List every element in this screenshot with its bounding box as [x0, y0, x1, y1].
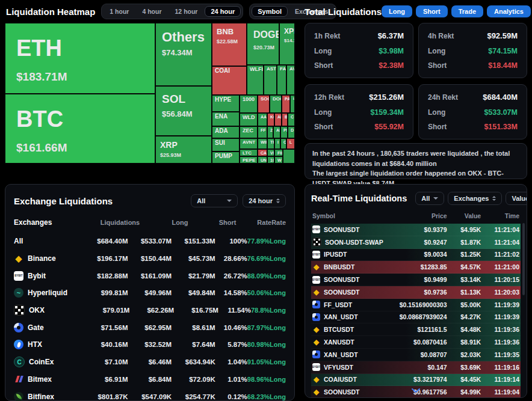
realtime-table-header: Symbol Price Value Time	[311, 210, 521, 224]
heatmap-tile-blank[interactable]	[283, 149, 295, 164]
table-row[interactable]: HTX$40.16M$32.52M$7.64M5.87%80.98%Long	[14, 336, 286, 354]
heatmap-tile-aa[interactable]: AA	[258, 113, 267, 126]
heatmap-tile-pepe[interactable]: PEPE	[240, 156, 258, 164]
heatmap-tile-eth[interactable]: ETH$183.71M	[5, 23, 155, 94]
list-item[interactable]: SOONUSDT$0.9379$4.95K11:21:04	[311, 224, 521, 236]
heatmap-tile-bnb[interactable]: BNB$22.58M	[212, 23, 247, 66]
heatmap-tile-far[interactable]: FAR	[277, 65, 286, 95]
view-toggle-symbol[interactable]: Symbol	[252, 6, 288, 17]
heatmap-tile-ff[interactable]: FF	[258, 126, 267, 138]
heatmap-tile-xrp[interactable]: XRP$25.93M	[155, 136, 212, 164]
heatmap-tile-d[interactable]: D	[288, 126, 295, 138]
binance-icon	[312, 338, 320, 346]
period-filter-select[interactable]: 24 hour	[243, 194, 286, 207]
timeframe-4h[interactable]: 4 hour	[136, 6, 167, 17]
long-button[interactable]: Long	[382, 5, 412, 17]
timeframe-1h[interactable]: 1 hour	[104, 6, 135, 17]
heatmap-tile-lin[interactable]: LIN	[290, 95, 295, 113]
realtime-symbol-select[interactable]: All	[415, 192, 444, 205]
list-item[interactable]: VFYUSDT$0.147$3.69K11:19:16	[311, 361, 521, 374]
list-item[interactable]: XAN_USDT$0.08687939024$4.27K11:19:39	[311, 311, 521, 324]
table-row[interactable]: Bybit$182.88M$161.09M$21.79M26.72%88.09%…	[14, 267, 286, 284]
heatmap-tile-ai[interactable]: AI	[274, 113, 282, 126]
realtime-panel-title: Real-Time Liquidations	[311, 194, 407, 203]
card-total: $215.26M	[369, 93, 404, 102]
heatmap-tile-10[interactable]: 10	[267, 156, 274, 164]
table-row[interactable]: Gate$71.56M$62.95M$8.61M10.46%87.97%Long	[14, 319, 286, 336]
list-item[interactable]: SOONUSDT$0.9736$1.13K11:20:03	[311, 286, 521, 299]
binance-icon	[312, 288, 320, 296]
heatmap-tile-doge[interactable]: DOGE$20.73M	[247, 23, 279, 65]
heatmap-tile-al[interactable]: AL	[273, 126, 280, 138]
heatmap-tile-wif[interactable]: WIF	[258, 138, 267, 149]
exchange-filter-select[interactable]: All	[191, 194, 238, 207]
list-item[interactable]: FF_USDT$0.15169000303$5.00K11:19:39	[311, 299, 521, 311]
list-item[interactable]: BNBUSDT$1283.85$4.57K11:21:00	[311, 261, 521, 274]
heatmap-tile-sol[interactable]: SOL$56.84M	[155, 86, 212, 136]
heatmap-tile-bi[interactable]: BI	[282, 113, 288, 126]
heatmap-tile-c[interactable]: C	[288, 113, 295, 126]
heatmap-tile-coai[interactable]: COAI	[212, 66, 247, 95]
heatmap-tile-1000[interactable]: 1000	[240, 95, 258, 113]
heatmap-tile-others[interactable]: Others$74.34M	[155, 23, 212, 86]
list-item[interactable]: IPUSDT$9.0034$1.25K11:21:02	[311, 249, 521, 262]
list-item[interactable]: SOONUSDT$0.9499$3.14K11:20:15	[311, 274, 521, 286]
heatmap-tile-uni[interactable]: UNI	[258, 156, 267, 164]
heatmap-tile-fil[interactable]: FIL	[274, 149, 283, 156]
timeframe-12h[interactable]: 12 hour	[169, 6, 204, 17]
realtime-value-select[interactable]: Value	[506, 192, 527, 205]
card-short-label: Short	[428, 61, 447, 70]
rekt-card-24h: 24h Rekt$684.40M Long$533.07M Short$151.…	[418, 84, 527, 139]
heatmap-tile-ava[interactable]: AVA	[286, 65, 295, 95]
heatmap-tile-vf[interactable]: VF	[267, 149, 274, 156]
heatmap-tile-hype[interactable]: HYPE	[212, 95, 240, 112]
timeframe-group: 1 hour 4 hour 12 hour 24 hour	[101, 4, 243, 19]
table-row[interactable]: All$684.40M$533.07M$151.33M100%77.89%Lon…	[14, 233, 286, 250]
table-row[interactable]: OKX$79.01M$62.26M$16.75M11.54%78.8%Long	[14, 302, 286, 319]
card-long-value: $3.98M	[379, 47, 404, 55]
heatmap-tile-ena[interactable]: ENA	[212, 112, 240, 126]
table-row[interactable]: Binance$196.17M$150.44M$45.73M28.66%76.6…	[14, 250, 286, 268]
heatmap-tile-pump[interactable]: PUMP	[212, 152, 240, 164]
table-row[interactable]: CoinEx$7.10M$6.46M$634.94K1.04%91.05%Lon…	[14, 354, 286, 371]
list-item[interactable]: BTCUSDT$121161.5$4.48K11:19:36	[311, 323, 521, 336]
heatmap-tile-zec[interactable]: ZEC	[240, 126, 258, 138]
heatmap-tile-l[interactable]: L	[286, 138, 295, 149]
scrollbar[interactable]	[522, 223, 525, 295]
heatmap-tile-o[interactable]: O	[280, 138, 286, 149]
heatmap-tile-cak[interactable]: CAK	[258, 149, 267, 156]
card-long-label: Long	[314, 108, 332, 117]
col-long-rate: Rate	[271, 219, 286, 226]
heatmap-tile-aste[interactable]: ASTE	[264, 65, 277, 95]
expand-chevron[interactable]	[305, 385, 527, 396]
heatmap-tile-pax[interactable]: PAX	[282, 95, 290, 113]
short-button[interactable]: Short	[416, 5, 448, 17]
heatmap-tile-sui[interactable]: SUI	[212, 138, 240, 152]
heatmap-tile-dog[interactable]: DOG	[270, 95, 282, 113]
heatmap-tile-2[interactable]: 2	[267, 126, 273, 138]
heatmap-tile-avnt[interactable]: AVNT	[240, 138, 258, 149]
list-item[interactable]: XAN_USDT$0.08707$2.03K11:19:35	[311, 349, 521, 361]
heatmap-tile-ada[interactable]: ADA	[212, 126, 240, 138]
heatmap-tile-i[interactable]: I	[274, 138, 280, 149]
trade-button[interactable]: Trade	[451, 5, 483, 17]
heatmap-tile-tr[interactable]: TR	[267, 138, 274, 149]
heatmap-tile-w[interactable]: W	[274, 156, 283, 164]
heatmap-tile-soo[interactable]: SOO	[258, 95, 270, 113]
realtime-exchanges-select[interactable]: Exchanges	[448, 192, 502, 205]
heatmap-tile-xpl[interactable]: XPL$14.11M	[279, 23, 295, 65]
heatmap-tile-btc[interactable]: BTC$161.66M	[5, 94, 155, 164]
timeframe-24h[interactable]: 24 hour	[205, 6, 241, 17]
list-item[interactable]: XANUSDT$0.0870416$8.91K11:19:36	[311, 336, 521, 349]
analytics-button[interactable]: Analytics	[487, 5, 531, 17]
htx-icon	[14, 340, 23, 349]
heatmap-tile-kg[interactable]: KG	[267, 113, 274, 126]
table-row[interactable]: Hyperliquid$99.81M$49.96M$49.84M14.58%50…	[14, 284, 286, 302]
heatmap-tile-pi[interactable]: PI	[280, 126, 288, 138]
list-item[interactable]: SOON-USDT-SWAP$0.9247$1.87K11:21:04	[311, 236, 521, 249]
table-row[interactable]: Bitmex$6.91M$6.84M$72.09K1.01%98.96%Long	[14, 371, 286, 388]
heatmap-tile-wld[interactable]: WLD	[240, 113, 258, 126]
heatmap-tile-wlfi[interactable]: WLFI	[247, 65, 264, 95]
heatmap-tile-ltc[interactable]: LTC	[240, 149, 258, 156]
table-row[interactable]: Bitfinex$801.87K$547.09K$254.77K0.12%68.…	[14, 388, 286, 401]
